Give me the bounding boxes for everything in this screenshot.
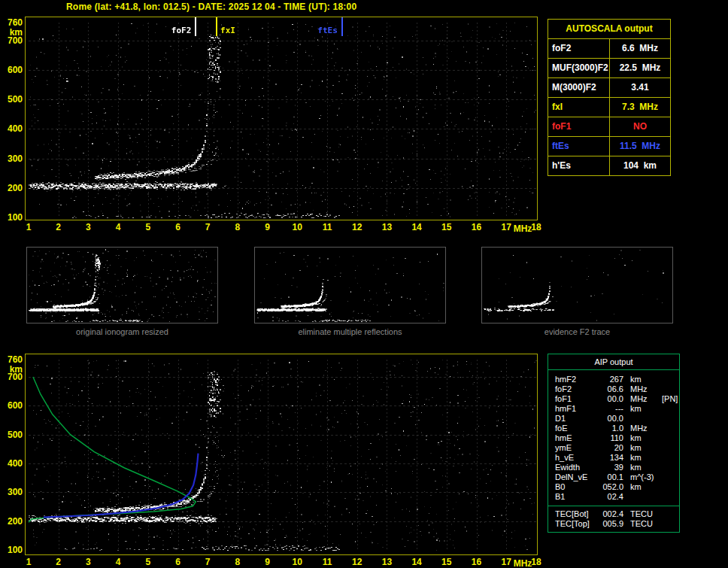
x-axis-tick: 2 <box>56 223 61 232</box>
x-axis-tick: 8 <box>235 223 241 232</box>
y-axis-tick: 500 <box>2 430 23 439</box>
aip-label: D1 <box>555 414 596 424</box>
x-axis-tick: 9 <box>265 223 270 232</box>
foF2-marker-line <box>195 17 196 36</box>
thumbnail-f2-trace: evidence F2 trace <box>481 247 673 336</box>
x-axis-tick: 7 <box>205 223 211 232</box>
x-axis-tick: 16 <box>472 557 481 566</box>
y-axis-tick: 700 <box>2 36 23 45</box>
x-axis-tick: 5 <box>145 557 150 566</box>
aip-unit <box>630 414 662 424</box>
aip-value: 06.6 <box>596 384 623 394</box>
x-axis-tick: 15 <box>441 557 451 566</box>
foF2-marker-label: foF2 <box>171 26 192 35</box>
x-axis-tick: 3 <box>86 557 91 566</box>
y-axis-tick: 600 <box>2 65 23 74</box>
x-axis-tick: 11 <box>323 557 332 566</box>
x-axis-tick: 4 <box>116 557 121 566</box>
aip-value: 134 <box>596 453 623 463</box>
aip-label: B0 <box>555 482 596 492</box>
aip-unit: km <box>630 453 662 463</box>
y-axis-tick: 100 <box>2 213 23 222</box>
aip-label: TEC[Top] <box>555 519 596 529</box>
x-axis-tick: 18 <box>531 223 541 232</box>
aip-table-body: hmF2267kmfoF206.6MHzfoF100.0MHz[PN]hmF1-… <box>548 370 679 506</box>
thumbnail-original: original ionogram resized <box>26 247 218 336</box>
aip-label: foF2 <box>555 384 596 394</box>
aip-unit: km <box>630 482 662 492</box>
x-axis-tick: 16 <box>472 223 481 232</box>
aip-value: 002.4 <box>596 509 623 519</box>
x-axis-tick: 7 <box>205 557 211 566</box>
autoscala-output-table: AUTOSCALA output foF26.6 MHzMUF(3000)F22… <box>548 19 671 176</box>
x-axis-tick: 17 <box>502 557 511 566</box>
x-axis-tick: 9 <box>265 557 270 566</box>
aip-unit: TECU <box>630 509 662 519</box>
y-axis-tick: 500 <box>2 95 23 104</box>
aip-unit: MHz <box>630 384 662 394</box>
ftEs-marker-label: ftEs <box>317 26 338 35</box>
aip-unit: km <box>630 443 662 453</box>
page-title: Rome (lat: +41.8, lon: 012.5) - DATE: 20… <box>66 2 356 12</box>
autoscala-row-value: 104 km <box>610 156 670 175</box>
autoscala-row-ftes: ftEs11.5 MHz <box>548 137 670 156</box>
x-axis-tick: 13 <box>382 557 392 566</box>
aip-row-tecbot: TEC[Bot]002.4TECU <box>548 509 679 519</box>
x-axis-tick: 1 <box>26 223 32 232</box>
x-axis-tick: 6 <box>175 557 180 566</box>
thumbnail-f2-trace-caption: evidence F2 trace <box>481 327 673 336</box>
y-axis-tick: 400 <box>2 459 23 468</box>
autoscala-row-value: 11.5 MHz <box>610 137 670 156</box>
aip-label: DelN_vE <box>555 472 596 482</box>
autoscala-row-label: M(3000)F2 <box>548 78 610 97</box>
autoscala-row-fof1: foF1NO <box>548 117 670 137</box>
autoscala-row-m3000f2: M(3000)F23.41 <box>548 78 670 98</box>
aip-value: 110 <box>596 433 623 443</box>
autoscala-row-fxi: fxI7.3 MHz <box>548 98 670 117</box>
autoscala-row-value: 7.3 MHz <box>610 98 670 117</box>
aip-row-b0: B0052.0km <box>548 482 679 492</box>
autoscala-row-value: 22.5 MHz <box>610 59 670 77</box>
aip-unit: km <box>630 463 662 472</box>
y-axis-tick: 200 <box>2 517 23 526</box>
aip-unit: km <box>630 375 662 384</box>
ftEs-marker-line <box>341 17 343 36</box>
x-axis-tick: 10 <box>293 223 302 232</box>
x-axis-tick: 10 <box>293 557 302 566</box>
aip-value: 052.0 <box>596 482 623 492</box>
aip-value: 00.1 <box>596 472 623 482</box>
x-axis-tick: 8 <box>235 557 241 566</box>
thumbnail-no-multiples: eliminate multiple reflections <box>254 247 446 336</box>
autoscala-row-value: 6.6 MHz <box>610 39 670 58</box>
aip-label: ymE <box>555 443 596 453</box>
aip-row-d1: D100.0 <box>548 414 679 424</box>
y-axis-tick: 760 <box>2 355 23 364</box>
autoscala-row-fof2: foF26.6 MHz <box>548 39 670 59</box>
autoscala-table-title: AUTOSCALA output <box>548 20 670 39</box>
aip-label: hmF2 <box>555 375 596 384</box>
aip-value: 00.0 <box>596 414 623 424</box>
autoscala-row-label: ftEs <box>548 137 610 156</box>
aip-unit <box>630 492 662 502</box>
aip-value: 39 <box>596 463 623 472</box>
aip-output-table: AIP output hmF2267kmfoF206.6MHzfoF100.0M… <box>548 354 680 533</box>
fxI-marker-line <box>216 17 217 36</box>
aip-row-foe: foE1.0MHz <box>548 424 679 433</box>
aip-label: B1 <box>555 492 596 502</box>
x-axis-tick: 17 <box>502 223 511 232</box>
x-axis-tick: 18 <box>531 557 541 566</box>
aip-row-hme: hmE110km <box>548 433 679 443</box>
autoscala-row-muf3000f2: MUF(3000)F222.5 MHz <box>548 59 670 78</box>
autoscala-row-label: foF1 <box>548 117 610 136</box>
aip-unit: TECU <box>630 519 662 529</box>
aip-row-b1: B102.4 <box>548 492 679 502</box>
aip-label: TEC[Bot] <box>555 509 596 519</box>
x-axis-tick: 11 <box>323 223 332 232</box>
aip-tec-rows: TEC[Bot]002.4TECUTEC[Top]005.9TECU <box>548 506 679 532</box>
aip-label: Ewidth <box>555 463 596 472</box>
x-axis-tick: 14 <box>411 223 421 232</box>
y-axis-tick: 600 <box>2 401 23 410</box>
x-axis-tick: 12 <box>352 557 362 566</box>
aip-row-ewidth: Ewidth39km <box>548 463 679 472</box>
aip-unit: km <box>630 433 662 443</box>
